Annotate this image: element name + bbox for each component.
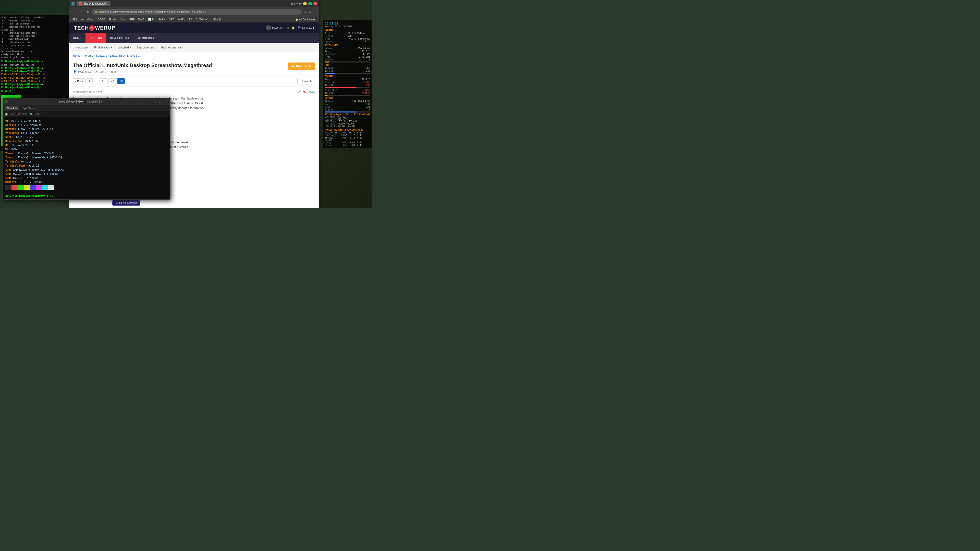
konsole-window-buttons: − □ ✕	[153, 100, 168, 103]
bookmark-whrv[interactable]: WHRV	[176, 17, 187, 21]
bookmark-net[interactable]: NET	[167, 17, 176, 21]
breadcrumb-forums[interactable]: Forums	[83, 54, 93, 57]
nav-new-posts[interactable]: NEW POSTS ▾	[106, 33, 134, 43]
bookmarks-bar: $$$ AA Comp GOOG Errata Linux REF NWC 📊 …	[69, 16, 319, 22]
konsole-titlebar: ⬛ pcwolf@Ryzen5950X — Konsole <2> − □ ✕	[3, 98, 170, 105]
swatch-red	[11, 185, 18, 190]
swatch-yellow	[24, 185, 30, 190]
unwatch-button[interactable]: Unwatch	[298, 78, 315, 84]
ssl-lock-icon: 🔒	[94, 11, 97, 13]
conky-proc-header: PROCS: 493 Run: 2 PID CPU% MEM%	[325, 129, 363, 131]
conky-ram-fill	[325, 73, 336, 74]
konsole-maximize-button[interactable]: □	[158, 100, 162, 103]
nav-forums[interactable]: FORUMS	[86, 33, 106, 43]
extensions-icon[interactable]: ⚙	[308, 10, 312, 14]
conky-ram-installed: Installed: 31.2GB	[325, 67, 370, 69]
conky-gpu1-pwr: 187.99W	[336, 123, 345, 125]
bookmark-fb[interactable]: FB	[187, 17, 194, 21]
terminal-cmd-2: 19:44:29 pcwolf@Ryzen5950X:[~]$ sudo	[1, 67, 68, 70]
bookmark-dollar[interactable]: $$$	[71, 17, 78, 21]
color-swatches	[5, 185, 168, 190]
bookmark-post-icon[interactable]: 🔖	[303, 90, 306, 94]
conky-gpu2-clock: 1155 MHz	[349, 121, 359, 123]
conky-cpu-temp: Temp: 42.8°C	[325, 50, 370, 52]
conky-storage-avail2: Available: 196GB	[325, 89, 370, 91]
menu-icon[interactable]: ⋮	[313, 10, 317, 14]
conky-gpu-temp-label: GPU Temp	[325, 116, 335, 118]
tab-favicon: 🔴	[79, 2, 82, 5]
user-avatar[interactable]: PCWOLF	[266, 25, 284, 30]
sub-nav-mark-read[interactable]: Mark forums read	[158, 45, 185, 50]
terminal-alpm-2: [2024-02-25T16:28:38-0500] [ALPM] wa	[1, 76, 68, 80]
breadcrumb-linux[interactable]: Linux / BSD / Mac OS X	[110, 54, 140, 57]
copy-button[interactable]: 📋 Copy	[5, 113, 14, 116]
conky-date: Monday 11 March 2024	[325, 25, 370, 28]
toolbar-sep: ⋮	[41, 113, 44, 116]
breadcrumb-software[interactable]: Software	[96, 54, 107, 57]
bookmark-comp[interactable]: Comp	[86, 17, 96, 21]
minimize-button[interactable]	[303, 2, 307, 5]
bookmark-fark[interactable]: FARK	[157, 17, 167, 21]
bell-icon[interactable]: 🔔	[291, 26, 295, 30]
conky-gpu1-temp: 70°C	[336, 116, 341, 118]
forum-sub-nav: New posts Find threads ▾ Watched ▾ Searc…	[69, 43, 319, 52]
post-reply-label: Post reply	[296, 65, 311, 68]
refresh-button[interactable]: ↻	[85, 9, 90, 14]
terminal-cmd-4: 19:45:42 pcwolf@Ryzen5950X:[~]$ pacc	[1, 83, 68, 86]
new-tab-button[interactable]: +	[112, 1, 117, 6]
nav-members[interactable]: MEMBERS ▾	[134, 33, 159, 43]
forum-logo: TECH⏻WERUP	[74, 24, 115, 31]
username-text: PCWOLF	[272, 26, 284, 29]
conky-net-progress	[325, 111, 370, 113]
find-button[interactable]: 🔍 Find	[30, 113, 38, 116]
bookmark-all[interactable]: 📁 All Bookmarks	[294, 17, 317, 21]
terminal-option-c: -c, --count print number	[1, 23, 30, 25]
address-bar[interactable]: 🔒 techpowerup.com/forums/threads/the-off…	[92, 9, 302, 15]
share-icon[interactable]: ↗	[298, 90, 300, 94]
sub-nav-watched[interactable]: Watched ▾	[115, 44, 134, 50]
browser-window-icon: 🌐	[71, 2, 75, 6]
konsole-close-button[interactable]: ✕	[164, 100, 168, 103]
mail-icon[interactable]: ✉	[286, 26, 289, 30]
page-1-button[interactable]: 1	[86, 78, 93, 84]
sub-nav-new-posts[interactable]: New posts	[73, 45, 91, 50]
nav-home[interactable]: HOME	[69, 33, 86, 43]
search-button[interactable]: 🔍 SEARCH	[298, 26, 314, 30]
bookmark-fin[interactable]: 📊 Fin	[146, 17, 157, 21]
konsole-tab-split[interactable]: Split View ▾	[21, 106, 38, 110]
page-28-button[interactable]: 28	[117, 78, 125, 84]
paste-button[interactable]: 📌 Paste	[17, 113, 27, 116]
conky-gpu-mem-row: Mem Used 1367 MB 1637 MB	[325, 125, 370, 127]
swatch-white	[48, 185, 54, 190]
neofetch-terminal-font: Terminal Font: Hack 20	[5, 164, 168, 168]
conky-cpu-progress	[325, 62, 370, 62]
bookmark-pihole[interactable]: Pi-hole	[212, 17, 223, 21]
konsole-tab-new[interactable]: New Tab	[5, 106, 19, 110]
neofetch-icons: Icons: [Plasma], breeze-dark [GTK2/3]	[5, 156, 168, 160]
maximize-button[interactable]	[308, 2, 312, 5]
page-26-button[interactable]: 26	[100, 78, 107, 84]
bookmark-aa[interactable]: AA	[79, 17, 85, 21]
browser-tab-active[interactable]: 🔴 The Official Linux/U...	[76, 1, 110, 6]
bookmark-errata[interactable]: Errata	[108, 17, 118, 21]
prev-page-button[interactable]: ‹ Prev	[73, 78, 86, 84]
post-date-bar: Wednesday at 3:27 PM ↗ 🔖 #676	[73, 90, 315, 94]
post-reply-button[interactable]: ✏ Post reply	[288, 62, 315, 70]
back-button[interactable]: ←	[71, 9, 76, 14]
conky-net-fill	[325, 111, 356, 113]
sub-nav-search-forums[interactable]: Search forums	[134, 45, 158, 50]
sub-nav-find-threads[interactable]: Find threads ▾	[92, 44, 115, 50]
bookmark-cl[interactable]: CL*D®™€...	[194, 17, 211, 21]
split-view-button[interactable]: Split View	[290, 2, 302, 5]
bookmark-nwc[interactable]: NWC	[137, 17, 146, 21]
bookmark-goog[interactable]: GOOG	[96, 17, 107, 21]
breadcrumb-home[interactable]: Home	[73, 54, 80, 57]
bookmark-ref[interactable]: REF	[128, 17, 136, 21]
page-27-button[interactable]: 27	[108, 78, 116, 84]
bookmark-linux[interactable]: Linux	[118, 17, 127, 21]
close-button[interactable]	[313, 2, 317, 5]
bookmark-star-icon[interactable]: ☆	[303, 10, 307, 14]
forward-button[interactable]: →	[78, 9, 84, 14]
konsole-minimize-button[interactable]: −	[153, 100, 157, 103]
neofetch-shell: Shell: bash 5.2.26	[5, 135, 168, 139]
